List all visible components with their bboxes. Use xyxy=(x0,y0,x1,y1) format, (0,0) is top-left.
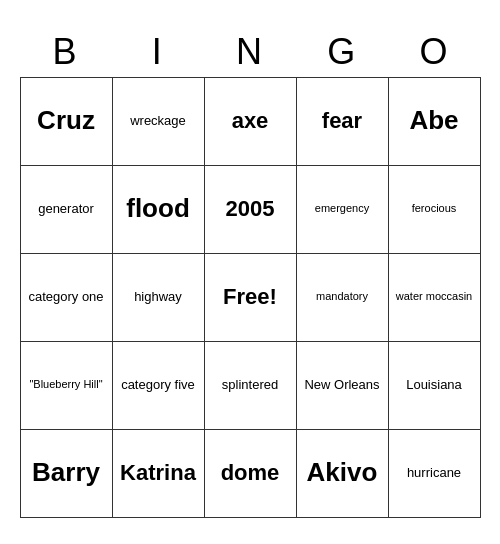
bingo-cell: New Orleans xyxy=(296,341,388,429)
bingo-cell-text: New Orleans xyxy=(301,377,384,393)
bingo-cell: dome xyxy=(204,429,296,517)
bingo-cell-text: 2005 xyxy=(209,196,292,222)
bingo-cell: generator xyxy=(20,165,112,253)
bingo-cell-text: axe xyxy=(209,108,292,134)
bingo-cell-text: flood xyxy=(117,193,200,224)
bingo-header: BINGO xyxy=(20,27,481,77)
bingo-cell-text: generator xyxy=(25,201,108,217)
bingo-cell: Cruz xyxy=(20,77,112,165)
bingo-cell-text: ferocious xyxy=(393,202,476,215)
bingo-cell: Abe xyxy=(388,77,480,165)
bingo-cell: splintered xyxy=(204,341,296,429)
bingo-cell-text: "Blueberry Hill" xyxy=(25,378,108,391)
bingo-cell-text: category one xyxy=(25,289,108,305)
bingo-cell: water moccasin xyxy=(388,253,480,341)
bingo-cell: Free! xyxy=(204,253,296,341)
bingo-cell: "Blueberry Hill" xyxy=(20,341,112,429)
bingo-cell-text: mandatory xyxy=(301,290,384,303)
bingo-cell-text: water moccasin xyxy=(393,290,476,303)
bingo-cell: axe xyxy=(204,77,296,165)
bingo-cell: Katrina xyxy=(112,429,204,517)
bingo-cell-text: emergency xyxy=(301,202,384,215)
bingo-cell: fear xyxy=(296,77,388,165)
bingo-cell: 2005 xyxy=(204,165,296,253)
bingo-header-letter: O xyxy=(388,27,480,77)
bingo-cell: wreckage xyxy=(112,77,204,165)
bingo-grid: CruzwreckageaxefearAbegeneratorflood2005… xyxy=(20,77,481,518)
bingo-cell: mandatory xyxy=(296,253,388,341)
bingo-cell-text: highway xyxy=(117,289,200,305)
bingo-cell: emergency xyxy=(296,165,388,253)
bingo-cell: Barry xyxy=(20,429,112,517)
bingo-header-letter: B xyxy=(20,27,112,77)
bingo-cell-text: Katrina xyxy=(117,460,200,486)
bingo-cell: ferocious xyxy=(388,165,480,253)
bingo-cell-text: Louisiana xyxy=(393,377,476,393)
bingo-cell: highway xyxy=(112,253,204,341)
bingo-cell-text: Free! xyxy=(209,284,292,310)
bingo-cell: Louisiana xyxy=(388,341,480,429)
bingo-cell: hurricane xyxy=(388,429,480,517)
bingo-cell-text: splintered xyxy=(209,377,292,393)
bingo-cell: category one xyxy=(20,253,112,341)
bingo-cell-text: Abe xyxy=(393,105,476,136)
bingo-cell-text: hurricane xyxy=(393,465,476,481)
bingo-cell-text: category five xyxy=(117,377,200,393)
bingo-cell-text: Barry xyxy=(25,457,108,488)
bingo-header-letter: I xyxy=(112,27,204,77)
bingo-header-letter: G xyxy=(296,27,388,77)
bingo-cell-text: Akivo xyxy=(301,457,384,488)
bingo-cell-text: Cruz xyxy=(25,105,108,136)
bingo-cell-text: dome xyxy=(209,460,292,486)
bingo-cell-text: wreckage xyxy=(117,113,200,129)
bingo-cell: Akivo xyxy=(296,429,388,517)
bingo-cell: category five xyxy=(112,341,204,429)
bingo-cell-text: fear xyxy=(301,108,384,134)
bingo-header-letter: N xyxy=(204,27,296,77)
bingo-cell: flood xyxy=(112,165,204,253)
